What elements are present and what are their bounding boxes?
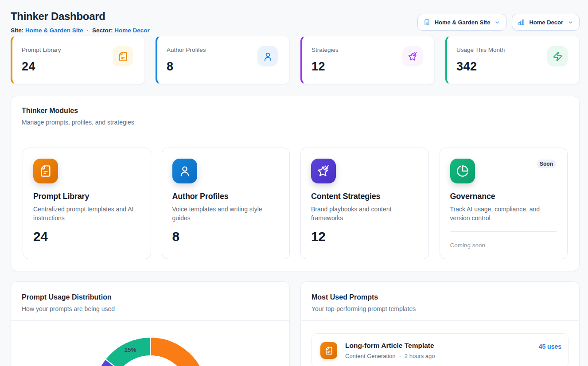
svg-text:15%: 15% — [124, 347, 136, 353]
